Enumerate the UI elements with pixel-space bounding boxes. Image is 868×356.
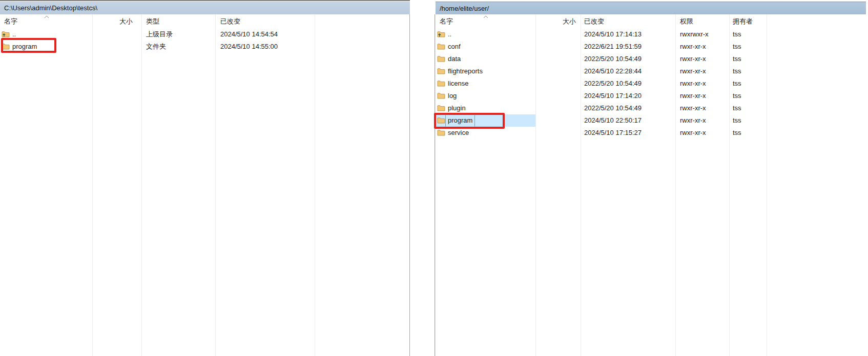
file-rights: rwxr-xr-x xyxy=(680,53,706,65)
file-changed: 2022/6/21 19:51:59 xyxy=(584,41,642,53)
file-changed: 2022/5/20 10:54:49 xyxy=(584,53,642,65)
folder-icon xyxy=(437,105,445,111)
local-file-panel: 名字 大小 类型 已改变 .. 上级目录 2024/5/10 14:54:54 … xyxy=(0,14,410,356)
file-changed: 2024/5/10 14:54:54 xyxy=(220,28,278,41)
file-row-data[interactable]: data 2022/5/20 10:54:49 rwxr-xr-x tss xyxy=(435,53,866,65)
remote-file-list: .. 2024/5/10 17:14:13 rwxrwxr-x tss conf… xyxy=(435,28,866,356)
file-row-license[interactable]: license 2022/5/20 10:54:49 rwxr-xr-x tss xyxy=(435,77,866,90)
file-changed: 2024/5/10 22:50:17 xyxy=(584,114,642,127)
file-rights: rwxr-xr-x xyxy=(680,90,706,102)
file-name: license xyxy=(446,77,470,90)
file-changed: 2024/5/10 14:55:00 xyxy=(220,41,278,53)
file-owner: tss xyxy=(733,127,741,139)
toolbar-bottom-edge xyxy=(0,0,410,1)
file-changed: 2024/5/10 17:14:20 xyxy=(584,90,642,102)
file-name: flightreports xyxy=(446,65,485,77)
file-row-log[interactable]: log 2024/5/10 17:14:20 rwxr-xr-x tss xyxy=(435,90,866,102)
column-header-name[interactable]: 名字 xyxy=(4,14,17,28)
file-name: data xyxy=(446,53,463,65)
file-changed: 2024/5/10 17:14:13 xyxy=(584,28,642,41)
file-name: .. xyxy=(446,28,453,41)
column-header-size[interactable]: 大小 xyxy=(535,14,581,28)
file-row-parent[interactable]: .. 2024/5/10 17:14:13 rwxrwxr-x tss xyxy=(435,28,866,41)
column-header-name[interactable]: 名字 xyxy=(440,14,453,28)
file-owner: tss xyxy=(733,53,741,65)
file-owner: tss xyxy=(733,114,741,127)
file-changed: 2024/5/10 17:15:27 xyxy=(584,127,642,139)
file-owner: tss xyxy=(733,77,741,90)
file-name: log xyxy=(446,90,459,102)
file-rights: rwxr-xr-x xyxy=(680,77,706,90)
folder-icon xyxy=(437,68,445,74)
file-rights: rwxr-xr-x xyxy=(680,114,706,127)
file-rights: rwxr-xr-x xyxy=(680,102,706,114)
file-row-parent[interactable]: .. 上级目录 2024/5/10 14:54:54 xyxy=(0,28,409,41)
remote-file-panel: 名字 大小 已改变 权限 拥有者 .. 2024/5/10 17:14:13 r… xyxy=(435,14,866,356)
sort-ascending-caret-icon xyxy=(483,15,488,18)
file-owner: tss xyxy=(733,65,741,77)
annotation-box-remote-program xyxy=(434,113,505,129)
folder-icon xyxy=(437,92,445,99)
column-header-type[interactable]: 类型 xyxy=(146,14,159,28)
parent-folder-icon xyxy=(437,31,445,37)
remote-path-bar[interactable]: /home/elite/user/ xyxy=(436,2,866,14)
folder-icon xyxy=(437,129,445,136)
file-rights: rwxr-xr-x xyxy=(680,127,706,139)
file-row-conf[interactable]: conf 2022/6/21 19:51:59 rwxr-xr-x tss xyxy=(435,41,866,53)
file-owner: tss xyxy=(733,41,741,53)
file-rights: rwxr-xr-x xyxy=(680,41,706,53)
file-type: 文件夹 xyxy=(146,41,166,53)
file-rights: rwxrwxr-x xyxy=(680,28,709,41)
local-path-bar[interactable]: C:\Users\admin\Desktop\testcs\ xyxy=(0,2,410,14)
file-changed: 2022/5/20 10:54:49 xyxy=(584,77,642,90)
folder-icon xyxy=(437,80,445,87)
file-type: 上级目录 xyxy=(146,28,173,41)
file-changed: 2022/5/20 10:54:49 xyxy=(584,102,642,114)
remote-path-text: /home/elite/user/ xyxy=(440,5,489,12)
file-rights: rwxr-xr-x xyxy=(680,65,706,77)
file-owner: tss xyxy=(733,28,741,41)
column-header-owner[interactable]: 拥有者 xyxy=(733,14,753,28)
column-header-changed[interactable]: 已改变 xyxy=(584,14,604,28)
local-path-text: C:\Users\admin\Desktop\testcs\ xyxy=(4,4,97,12)
folder-icon xyxy=(437,55,445,62)
file-row-flightreports[interactable]: flightreports 2024/5/10 22:28:44 rwxr-xr… xyxy=(435,65,866,77)
file-name: conf xyxy=(446,41,463,53)
folder-icon xyxy=(437,43,445,50)
column-header-rights[interactable]: 权限 xyxy=(680,14,693,28)
panel-splitter[interactable] xyxy=(410,0,435,356)
file-row-program[interactable]: program 文件夹 2024/5/10 14:55:00 xyxy=(0,41,409,53)
local-file-list: .. 上级目录 2024/5/10 14:54:54 program 文件夹 2… xyxy=(0,28,409,356)
column-header-changed[interactable]: 已改变 xyxy=(220,14,240,28)
annotation-box-local-program xyxy=(1,38,56,53)
column-header-size[interactable]: 大小 xyxy=(92,14,137,28)
file-changed: 2024/5/10 22:28:44 xyxy=(584,65,642,77)
sort-ascending-caret-icon xyxy=(44,15,49,18)
parent-folder-icon xyxy=(2,31,10,37)
file-owner: tss xyxy=(733,90,741,102)
file-owner: tss xyxy=(733,102,741,114)
